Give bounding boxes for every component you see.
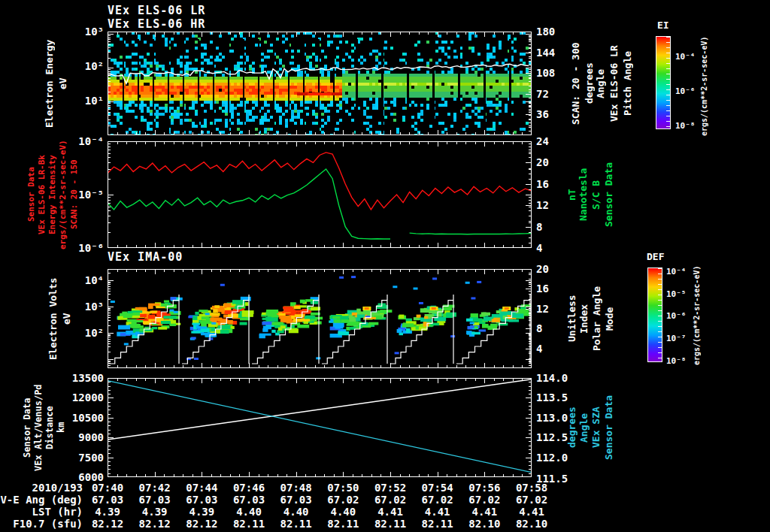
panel3-rtick-1: 16 <box>536 283 574 295</box>
panel3-rtick-2: 12 <box>536 303 574 315</box>
intensity-bfield-canvas <box>108 141 532 248</box>
panel4-ytick-0: 13500 <box>62 372 104 384</box>
panel1-right-label-2: Angle <box>594 32 606 135</box>
table-row-header-3: F10.7 (sfu) <box>0 518 83 530</box>
panel1-ytick-1: 10² <box>62 60 104 72</box>
panel1-right-label-3: VEx ELS-06 LR <box>608 32 620 135</box>
table-cell-r2c8: 4.41 <box>461 506 508 518</box>
panel3-right-label-1: Index <box>578 269 590 368</box>
ei-cbar-tick-1: 10⁻⁶ <box>675 86 707 98</box>
def-colorbar <box>647 268 662 362</box>
panel1-left-label-1: eV <box>56 32 68 135</box>
table-cell-r0c1: 07:42 <box>132 482 178 494</box>
panel1-ytick-2: 10¹ <box>62 95 104 107</box>
table-cell-r1c6: 67.02 <box>367 494 414 506</box>
panel2-rtick-3: 12 <box>536 199 574 211</box>
table-cell-r3c0: 82.12 <box>84 518 131 530</box>
panel1-rtick-1: 144 <box>536 47 574 59</box>
table-cell-r0c6: 07:52 <box>367 482 414 494</box>
panel4-left-label-1: VEx Alt/Venus/Pd <box>32 378 44 477</box>
panel3-ytick-0: 10⁴ <box>62 274 104 286</box>
table-cell-r2c1: 4.39 <box>132 506 178 518</box>
vex-quicklook-plot: VEx ELS-06 LR VEx ELS-06 HR VEx IMA-00 E… <box>0 0 770 532</box>
panel2-rtick-5: 4 <box>536 242 574 254</box>
panel3-title-ima: VEx IMA-00 <box>108 251 183 263</box>
panel2-rtick-4: 8 <box>536 221 574 233</box>
panel4-rtick-4: 112.0 <box>536 452 574 464</box>
panel3-rtick-0: 20 <box>536 263 574 275</box>
table-row-header-1: V-E Ang (deg) <box>0 494 83 506</box>
def-colorbar-ticks <box>658 268 662 361</box>
panel3-rtick-4: 4 <box>536 343 574 355</box>
table-cell-r1c8: 67.02 <box>461 494 508 506</box>
ima-spectrogram-canvas <box>108 269 532 368</box>
panel1-right-label-1: degrees <box>583 32 595 135</box>
table-row-header-0: 2010/193 <box>0 482 83 494</box>
ei-cbar-tick-0: 10⁻⁴ <box>675 51 707 63</box>
panel3-right-label-2: Polar Angle <box>590 269 602 368</box>
table-cell-r2c9: 4.41 <box>508 506 555 518</box>
panel4-rtick-0: 114.0 <box>536 372 574 384</box>
table-cell-r0c3: 07:46 <box>226 482 272 494</box>
table-cell-r1c1: 67.03 <box>132 494 178 506</box>
table-cell-r2c4: 4.40 <box>273 506 320 518</box>
table-row-header-2: LST (hr) <box>0 506 83 518</box>
def-cbar-tick-4: 10⁻⁸ <box>666 355 698 367</box>
panel4-left-label-2: Distance <box>44 378 56 477</box>
panel2-right-label-1: Nanotesla <box>577 141 589 248</box>
panel2-rtick-2: 16 <box>536 178 574 190</box>
table-cell-r3c4: 82.11 <box>273 518 320 530</box>
table-cell-r3c3: 82.11 <box>226 518 272 530</box>
def-cbar-tick-3: 10⁻⁷ <box>666 333 698 345</box>
table-cell-r1c7: 67.02 <box>414 494 461 506</box>
els-spectrogram-canvas <box>108 32 532 135</box>
table-cell-r2c3: 4.40 <box>226 506 272 518</box>
ei-colorbar-ticks <box>666 37 670 128</box>
table-cell-r2c0: 4.39 <box>84 506 131 518</box>
table-cell-r1c5: 67.02 <box>320 494 366 506</box>
table-cell-r0c9: 07:58 <box>508 482 555 494</box>
table-cell-r1c4: 67.03 <box>273 494 320 506</box>
table-cell-r3c9: 82.10 <box>508 518 555 530</box>
panel1-rtick-4: 36 <box>536 108 574 120</box>
def-cbar-tick-2: 10⁻⁶ <box>666 310 698 322</box>
panel4-right-label-3: Sensor Data <box>602 378 614 477</box>
panel1-title-els-lr: VEx ELS-06 LR <box>108 5 205 17</box>
ei-colorbar-title: EI <box>657 20 669 32</box>
panel1-title-els-hr: VEx ELS-06 HR <box>108 18 205 30</box>
panel1-rtick-0: 180 <box>536 26 574 38</box>
panel4-right-label-1: Angle <box>578 378 590 477</box>
def-cbar-tick-1: 10⁻⁵ <box>666 289 698 301</box>
panel3-rtick-3: 8 <box>536 322 574 334</box>
panel3-right-label-3: Mode <box>603 269 615 368</box>
table-cell-r1c3: 67.03 <box>226 494 272 506</box>
table-cell-r0c8: 07:56 <box>461 482 508 494</box>
table-cell-r2c7: 4.41 <box>414 506 461 518</box>
table-cell-r0c7: 07:54 <box>414 482 461 494</box>
panel3-ytick-2: 10² <box>62 327 104 339</box>
table-cell-r2c2: 4.39 <box>178 506 225 518</box>
panel1-left-label-0: Electron Energy <box>43 32 55 135</box>
table-cell-r1c0: 67.03 <box>84 494 131 506</box>
panel4-rtick-1: 113.5 <box>536 391 574 404</box>
ei-cbar-tick-2: 10⁻⁸ <box>675 120 707 132</box>
panel2-ytick-0: 10⁻⁴ <box>62 135 104 147</box>
table-cell-r1c9: 67.02 <box>508 494 555 506</box>
table-cell-r0c5: 07:50 <box>320 482 366 494</box>
panel4-ytick-1: 12000 <box>62 391 104 404</box>
panel4-ytick-2: 10500 <box>62 412 104 424</box>
table-cell-r3c1: 82.12 <box>132 518 178 530</box>
table-cell-r2c6: 4.41 <box>367 506 414 518</box>
panel4-left-label-0: Sensor Data <box>21 378 33 477</box>
table-cell-r0c4: 07:48 <box>273 482 320 494</box>
panel2-right-label-2: S/C B <box>590 141 602 248</box>
panel1-ytick-0: 10³ <box>62 26 104 38</box>
panel2-ytick-2: 10⁻⁶ <box>62 242 104 254</box>
panel4-ytick-3: 9000 <box>62 431 104 443</box>
panel2-right-label-3: Sensor Data <box>602 141 614 248</box>
panel3-left-label-0: Electron Volts <box>47 269 59 368</box>
panel4-right-label-2: VEx SZA <box>590 378 602 477</box>
altitude-sza-canvas <box>108 378 532 477</box>
panel1-rtick-2: 108 <box>536 67 574 79</box>
panel2-rtick-0: 24 <box>536 135 574 147</box>
